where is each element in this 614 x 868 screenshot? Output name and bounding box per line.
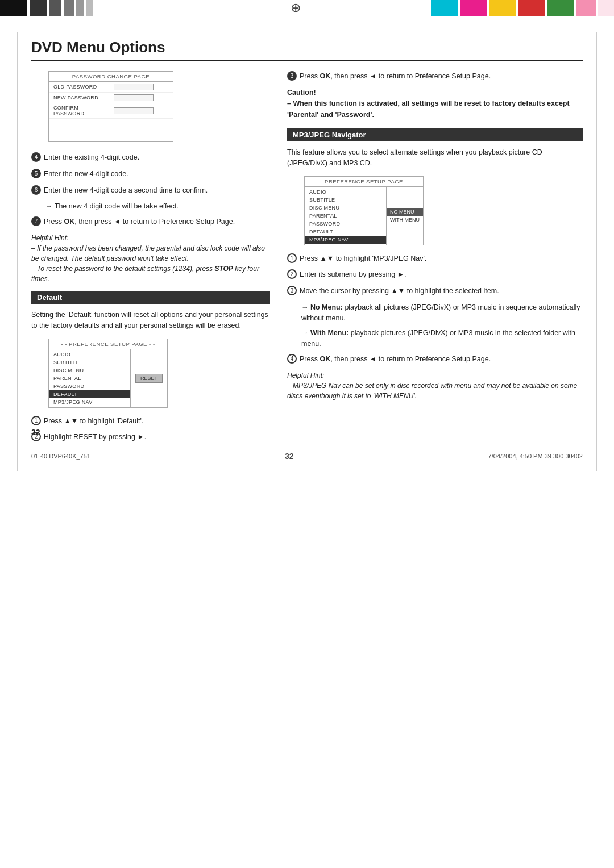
pref-box-mp3jpeg-submenu: NO MENU WITH MENU [386, 187, 423, 245]
password-row-new: NEW PASSWORD [49, 93, 173, 103]
right-step-3-top-text: Press OK, then press ◄ to return to Pref… [300, 71, 491, 82]
step-5-num: 5 [31, 169, 41, 178]
bar-yellow [489, 0, 516, 16]
mp3jpeg-step-2: 2 Enter its submenu by pressing ►. [287, 269, 583, 280]
step-7-text: Press OK, then press ◄ to return to Pref… [44, 216, 235, 227]
bar-green [547, 0, 574, 16]
mp3jpeg-step-1: 1 Press ▲▼ to highlight 'MP3/JPEG Nav'. [287, 253, 583, 264]
mp3jpeg-step-4-num: 4 [287, 354, 297, 364]
step-5-text: Enter the new 4-digit code. [44, 169, 128, 180]
preference-box-mp3jpeg: - - PREFERENCE SETUP PAGE - - AUDIO SUBT… [304, 176, 424, 245]
hint-2: – To reset the password to the default s… [31, 264, 270, 284]
reset-button[interactable]: RESET [135, 374, 163, 383]
confirm-password-label: CONFIRM PASSWORD [53, 105, 110, 116]
default-description: Setting the 'Default' function will rese… [31, 310, 270, 332]
pref-item-password: PASSWORD [49, 382, 130, 390]
step-7-num: 7 [31, 216, 41, 226]
caution-title: Caution! [287, 87, 583, 98]
old-password-input[interactable] [114, 84, 154, 90]
old-password-label: OLD PASSWORD [53, 84, 110, 90]
pref-box-mp3jpeg-body: AUDIO SUBTITLE DISC MENU PARENTAL PASSWO… [305, 187, 423, 245]
caution-text: – When this function is activated, all s… [287, 98, 583, 120]
bar-pink [576, 0, 596, 16]
reset-row: RESET [131, 372, 167, 385]
password-row-confirm: CONFIRM PASSWORD [49, 103, 173, 119]
mp3jpeg-step-3-subnote1: → No Menu: playback all pictures (JPEG/D… [301, 302, 583, 324]
mp3jpeg-step-4-text: Press OK, then press ◄ to return to Pref… [300, 354, 491, 365]
crosshair-icon: ⊕ [193, 0, 398, 16]
password-row-old: OLD PASSWORD [49, 82, 173, 93]
mp3jpeg-step-2-num: 2 [287, 269, 297, 279]
bar-lightpink [598, 0, 614, 16]
pref-item-discmenu: DISC MENU [49, 366, 130, 374]
mp3jpeg-step-3-num: 3 [287, 286, 297, 295]
step-6-num: 6 [31, 185, 41, 195]
page-content: DVD Menu Options - - PASSWORD CHANGE PAG… [0, 16, 614, 471]
right-border-line [596, 32, 597, 471]
helpful-hint-block: Helpful Hint: – If the password has been… [31, 233, 270, 284]
main-two-column: - - PASSWORD CHANGE PAGE - - OLD PASSWOR… [31, 71, 583, 448]
preference-box-default: - - PREFERENCE SETUP PAGE - - AUDIO SUBT… [48, 339, 168, 408]
pref-box-default-body: AUDIO SUBTITLE DISC MENU PARENTAL PASSWO… [49, 349, 167, 407]
default-step-1: 1 Press ▲▼ to highlight 'Default'. [31, 416, 270, 427]
bar-black2 [30, 0, 47, 16]
pref-item-subtitle: SUBTITLE [49, 358, 130, 366]
mp3jpeg-step-3: 3 Move the cursor by pressing ▲▼ to high… [287, 286, 583, 297]
pref-box-mp3jpeg-title: - - PREFERENCE SETUP PAGE - - [305, 177, 423, 187]
right-column: 3 Press OK, then press ◄ to return to Pr… [287, 71, 583, 408]
step-6-text: Enter the new 4-digit code a second time… [44, 185, 208, 196]
bar-red [518, 0, 545, 16]
pref-item-audio: AUDIO [49, 350, 130, 358]
page-title: DVD Menu Options [31, 39, 583, 56]
mp3jpeg-hint-title: Helpful Hint: [287, 370, 583, 381]
bar-cyan [431, 0, 458, 16]
password-change-box: - - PASSWORD CHANGE PAGE - - OLD PASSWOR… [48, 71, 173, 142]
mp3jpeg-section-header: MP3/JPEG Navigator [287, 128, 583, 141]
mp3jpeg-hint-text: – MP3/JPEG Nav can be set only in disc r… [287, 381, 583, 401]
new-password-input[interactable] [114, 94, 154, 101]
new-password-label: NEW PASSWORD [53, 95, 110, 101]
pref-item-mp3nav: MP3/JPEG NAV [49, 398, 130, 406]
helpful-hint-title: Helpful Hint: [31, 233, 270, 243]
top-bar-center: ⊕ [193, 0, 398, 16]
step-4-text: Enter the existing 4-digit code. [44, 152, 139, 163]
top-color-bar: ⊕ [0, 0, 614, 16]
step-6: 6 Enter the new 4-digit code a second ti… [31, 185, 270, 196]
bar-black5 [76, 0, 84, 16]
page-footer: 01-40 DVP640K_751 32 7/04/2004, 4:50 PM … [0, 452, 614, 461]
footer-left: 01-40 DVP640K_751 [31, 453, 90, 460]
mp3jpeg-step-3-text: Move the cursor by pressing ▲▼ to highli… [300, 286, 499, 297]
pref-box-default-menu: AUDIO SUBTITLE DISC MENU PARENTAL PASSWO… [49, 349, 130, 407]
hint-1: – If the password has been changed, the … [31, 243, 270, 264]
bar-black1 [0, 0, 27, 16]
password-box-title: - - PASSWORD CHANGE PAGE - - [49, 72, 173, 82]
step-5: 5 Enter the new 4-digit code. [31, 169, 270, 180]
right-step-3-top-num: 3 [287, 71, 297, 81]
default-step-1-text: Press ▲▼ to highlight 'Default'. [44, 416, 143, 427]
left-border-line [17, 32, 18, 471]
step-4: 4 Enter the existing 4-digit code. [31, 152, 270, 163]
footer-center-pagenum: 32 [285, 452, 294, 461]
pref-item-default: DEFAULT [49, 390, 130, 398]
mp3jpeg-description: This feature allows you to select altern… [287, 147, 583, 169]
bar-black3 [49, 0, 61, 16]
footer-right: 7/04/2004, 4:50 PM 39 300 30402 [488, 453, 583, 460]
pref-item-parental: PARENTAL [49, 374, 130, 382]
mp3-pref-subtitle: SUBTITLE [305, 196, 386, 204]
mp3-pref-password: PASSWORD [305, 220, 386, 228]
submenu-with-menu[interactable]: WITH MENU [387, 216, 423, 224]
pref-box-default-title: - - PREFERENCE SETUP PAGE - - [49, 339, 167, 349]
default-step-2-text: Highlight RESET by pressing ►. [44, 432, 146, 443]
caution-block: Caution! – When this function is activat… [287, 87, 583, 120]
step-6-subnote: → The new 4 digit code will be take effe… [45, 201, 270, 212]
top-bar-left-grayscale [0, 0, 193, 16]
mp3-pref-default: DEFAULT [305, 228, 386, 236]
mp3jpeg-step-2-text: Enter its submenu by pressing ►. [300, 269, 406, 280]
default-step-1-num: 1 [31, 416, 41, 425]
mp3jpeg-hint-block: Helpful Hint: – MP3/JPEG Nav can be set … [287, 370, 583, 401]
confirm-password-input[interactable] [114, 107, 154, 114]
bar-black6 [86, 0, 93, 16]
submenu-no-menu[interactable]: NO MENU [387, 208, 423, 216]
mp3-pref-discmenu: DISC MENU [305, 204, 386, 212]
title-divider [31, 60, 583, 61]
